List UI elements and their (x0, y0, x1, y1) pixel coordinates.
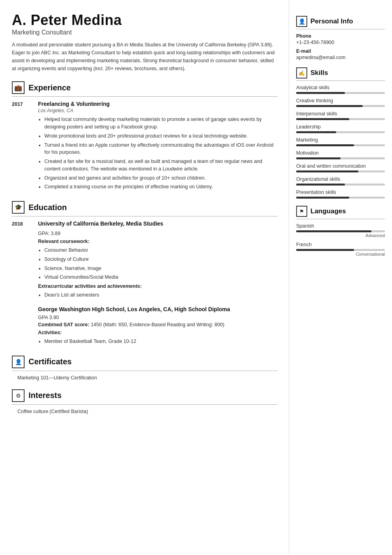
edu-content-1: George Washington High School, Los Angel… (38, 306, 278, 347)
skill-bar-bg-2 (296, 118, 385, 120)
skill-item-4: Marketing (296, 137, 385, 146)
certificates-icon: 👤 (12, 356, 25, 368)
skill-bar-bg-4 (296, 144, 385, 146)
edu-activities-label-1: Activities: (38, 330, 278, 335)
experience-icon: 💼 (12, 81, 25, 94)
skills-header: ✍ Skills (296, 67, 385, 81)
phone-value: +1-23-456-78900 (296, 40, 385, 45)
edu-sat-value: 1450 (Math: 650, Evidence-Based Reading … (91, 322, 224, 327)
edu-extra-list-0: Dean's List all semesters (38, 291, 278, 299)
edu-coursework-label-0: Relevant coursework: (38, 239, 278, 244)
skill-item-7: Organizational skills (296, 176, 385, 186)
activity-0: Member of Basketball Team, Grade 10-12 (44, 338, 278, 345)
coursework-1: Sociology of Culture (44, 256, 278, 263)
skill-name-1: Creative thinking (296, 98, 385, 103)
education-entry-1: George Washington High School, Los Angel… (12, 306, 278, 347)
education-title: Education (29, 203, 67, 212)
interests-icon: ⚙ (12, 389, 25, 402)
edu-gpa-0: GPA: 3.89 (38, 231, 278, 236)
candidate-title: Marketing Consultant (12, 29, 278, 36)
experience-section: 💼 Experience 2017 Freelancing & Voluntee… (12, 81, 278, 192)
skill-bar-bg-3 (296, 131, 385, 133)
personal-info-title: Personal Info (310, 17, 353, 25)
skill-name-4: Marketing (296, 137, 385, 143)
experience-bullets-0: Helped local community develop marketing… (38, 116, 278, 191)
experience-job-title-0: Freelancing & Volunteering (38, 101, 278, 107)
skill-name-2: Interpersonal skills (296, 111, 385, 117)
skill-bar-bg-7 (296, 184, 385, 186)
languages-list: Spanish Advanced French Conversational (296, 223, 385, 256)
bullet-exp-0: Helped local community develop marketing… (44, 116, 278, 131)
lang-bar-fill-0 (296, 230, 371, 232)
skill-bar-fill-4 (296, 144, 354, 146)
skill-bar-fill-0 (296, 92, 345, 94)
skill-item-5: Motivation (296, 150, 385, 159)
skill-name-8: Presentation skills (296, 189, 385, 195)
experience-content-0: Freelancing & Volunteering Los Angeles, … (38, 101, 278, 192)
skill-bar-fill-3 (296, 131, 336, 133)
personal-info-section: 👤 Personal Info Phone +1-23-456-78900 E-… (296, 16, 385, 60)
lang-bar-bg-1 (296, 249, 385, 251)
personal-info-header: 👤 Personal Info (296, 16, 385, 29)
education-section: 🎓 Education 2018 University of Californi… (12, 201, 278, 347)
skill-bar-bg-0 (296, 92, 385, 94)
education-icon: 🎓 (12, 201, 25, 214)
languages-icon: ⚑ (296, 206, 307, 217)
lang-item-0: Spanish Advanced (296, 223, 385, 238)
phone-label: Phone (296, 33, 385, 39)
certificates-title: Certificates (29, 357, 72, 366)
lang-bar-fill-1 (296, 249, 354, 251)
bullet-exp-2: Turned a friend into an Apple customer b… (44, 142, 278, 157)
personal-info-icon: 👤 (296, 16, 307, 27)
skill-name-5: Motivation (296, 150, 385, 156)
edu-coursework-list-0: Consumer Behavior Sociology of Culture S… (38, 247, 278, 281)
skill-name-0: Analytical skills (296, 85, 385, 90)
lang-bar-bg-0 (296, 230, 385, 232)
skills-list: Analytical skills Creative thinking Inte… (296, 85, 385, 199)
education-section-header: 🎓 Education (12, 201, 278, 216)
experience-year-0: 2017 (12, 101, 31, 192)
skill-bar-bg-8 (296, 197, 385, 199)
skill-bar-bg-1 (296, 105, 385, 107)
skill-bar-fill-8 (296, 197, 349, 199)
interests-section: ⚙ Interests Coffee culture (Certified Ba… (12, 389, 278, 414)
bullet-exp-4: Organized and led games and activities f… (44, 174, 278, 182)
edu-sat-label: Combined SAT score: (38, 322, 89, 327)
coursework-0: Consumer Behavior (44, 247, 278, 254)
edu-year-0: 2018 (12, 220, 31, 300)
skill-item-0: Analytical skills (296, 85, 385, 94)
bullet-exp-5: Completed a training course on the princ… (44, 183, 278, 191)
email-value: apmedina@email.com (296, 55, 385, 60)
coursework-2: Science, Narrative, Image (44, 265, 278, 272)
interests-title: Interests (29, 391, 61, 400)
coursework-3: Virtual Communities/Social Media (44, 274, 278, 281)
candidate-name: A. Peter Medina (12, 12, 278, 28)
edu-gpa-1: GPA 3.90 (38, 315, 278, 320)
skill-item-1: Creative thinking (296, 98, 385, 107)
skills-section: ✍ Skills Analytical skills Creative thin… (296, 67, 385, 199)
lang-name-0: Spanish (296, 223, 385, 229)
education-entry-0: 2018 University of California Berkeley, … (12, 220, 278, 300)
extra-0: Dean's List all semesters (44, 291, 278, 299)
skill-item-6: Oral and written communication (296, 163, 385, 172)
skill-item-8: Presentation skills (296, 189, 385, 199)
lang-level-1: Conversational (296, 252, 385, 256)
edu-sat-row: Combined SAT score: 1450 (Math: 650, Evi… (38, 322, 278, 327)
resume-header: A. Peter Medina Marketing Consultant A m… (12, 12, 278, 73)
bullet-exp-1: Wrote promotional texts and 20+ professi… (44, 132, 278, 140)
skill-name-3: Leadership (296, 124, 385, 130)
interest-item-0: Coffee culture (Certified Barista) (12, 409, 278, 414)
bullet-exp-3: Created a fan site for a musical band, a… (44, 158, 278, 173)
edu-extra-label-0: Extracurricular activities and achieveme… (38, 283, 278, 289)
skills-title: Skills (310, 69, 328, 77)
right-column: 👤 Personal Info Phone +1-23-456-78900 E-… (289, 0, 392, 555)
languages-header: ⚑ Languages (296, 206, 385, 219)
skill-bar-fill-2 (296, 118, 349, 120)
edu-school-1: George Washington High School, Los Angel… (38, 306, 278, 312)
edu-activities-list-1: Member of Basketball Team, Grade 10-12 (38, 338, 278, 345)
edu-school-0: University of California Berkeley, Media… (38, 220, 278, 227)
edu-content-0: University of California Berkeley, Media… (38, 220, 278, 300)
experience-title: Experience (29, 83, 71, 92)
skill-bar-fill-1 (296, 105, 363, 107)
candidate-bio: A motivated and personable student pursu… (12, 41, 278, 73)
